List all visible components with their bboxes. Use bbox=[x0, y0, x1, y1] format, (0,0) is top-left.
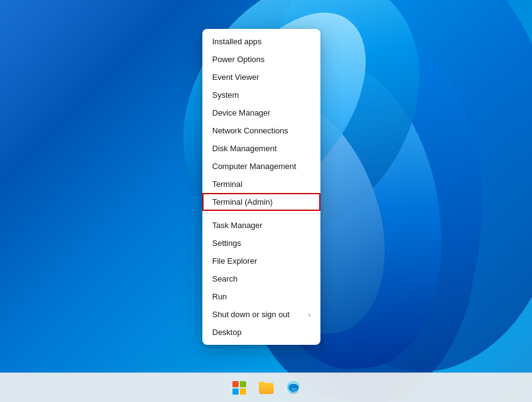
menu-item-label: Task Manager bbox=[212, 221, 263, 230]
menu-item-label: Settings bbox=[212, 238, 241, 248]
menu-item-label: File Explorer bbox=[212, 256, 257, 266]
menu-item-search[interactable]: Search bbox=[202, 270, 320, 288]
menu-item-label: Run bbox=[212, 292, 227, 301]
menu-item-disk-management[interactable]: Disk Management bbox=[202, 140, 320, 157]
menu-item-terminal[interactable]: Terminal bbox=[202, 175, 320, 193]
menu-item-label: System bbox=[212, 90, 239, 100]
menu-item-label: Installed apps bbox=[212, 37, 261, 46]
menu-item-label: Disk Management bbox=[212, 144, 277, 153]
menu-item-desktop[interactable]: Desktop bbox=[202, 323, 320, 341]
menu-item-file-explorer[interactable]: File Explorer bbox=[202, 252, 320, 270]
windows-logo-icon bbox=[232, 381, 246, 395]
menu-item-system[interactable]: System bbox=[202, 86, 320, 104]
menu-item-label: Terminal bbox=[212, 179, 242, 189]
menu-item-event-viewer[interactable]: Event Viewer bbox=[202, 68, 320, 86]
edge-button[interactable] bbox=[281, 376, 306, 400]
menu-item-label: Shut down or sign out bbox=[212, 310, 290, 319]
menu-item-settings[interactable]: Settings bbox=[202, 234, 320, 252]
menu-item-label: Search bbox=[212, 274, 237, 283]
menu-item-label: Event Viewer bbox=[212, 73, 259, 82]
menu-item-computer-management[interactable]: Computer Management bbox=[202, 157, 320, 175]
svg-point-1 bbox=[291, 388, 298, 392]
menu-separator bbox=[202, 213, 320, 214]
menu-item-shutdown-sign-out[interactable]: Shut down or sign out› bbox=[202, 305, 320, 323]
menu-item-label: Terminal (Admin) bbox=[212, 197, 272, 207]
menu-item-label: Network Connections bbox=[212, 126, 288, 135]
start-button[interactable] bbox=[227, 376, 252, 400]
submenu-arrow-icon: › bbox=[308, 311, 311, 318]
menu-item-label: Computer Management bbox=[212, 162, 296, 171]
context-menu: Installed appsPower OptionsEvent ViewerS… bbox=[202, 29, 320, 345]
edge-icon bbox=[286, 380, 301, 395]
taskbar bbox=[0, 372, 532, 402]
menu-item-network-connections[interactable]: Network Connections bbox=[202, 122, 320, 140]
menu-item-task-manager[interactable]: Task Manager bbox=[202, 216, 320, 234]
menu-item-label: Device Manager bbox=[212, 108, 271, 117]
file-explorer-button[interactable] bbox=[254, 376, 279, 400]
menu-item-label: Power Options bbox=[212, 55, 264, 64]
menu-item-installed-apps[interactable]: Installed apps bbox=[202, 33, 320, 50]
menu-item-power-options[interactable]: Power Options bbox=[202, 50, 320, 68]
menu-item-run[interactable]: Run bbox=[202, 288, 320, 305]
menu-item-device-manager[interactable]: Device Manager bbox=[202, 104, 320, 122]
folder-icon bbox=[259, 382, 274, 394]
menu-item-terminal-admin[interactable]: Terminal (Admin) bbox=[202, 193, 320, 211]
menu-item-label: Desktop bbox=[212, 328, 242, 337]
